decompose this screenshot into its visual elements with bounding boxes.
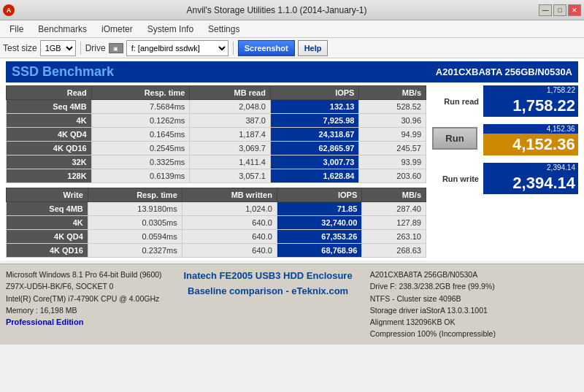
title-bar: A Anvil's Storage Utilities 1.1.0 (2014-…	[0, 0, 584, 20]
write-label-3: 4K QD16	[7, 244, 88, 258]
read-table-row: 128K 0.6139ms 3,057.1 1,628.84 203.60	[7, 169, 426, 183]
write-label-0: Seq 4MB	[7, 202, 88, 216]
read-iops-4: 3,007.73	[270, 155, 359, 169]
read-resp-2: 0.1645ms	[91, 128, 190, 142]
read-iops-1: 7,925.98	[270, 114, 359, 128]
write-mbs-header: MB/s	[362, 188, 426, 202]
run-button[interactable]: Run	[432, 127, 477, 150]
write-table-row: Seq 4MB 13.9180ms 1,024.0 71.85 287.40	[7, 202, 426, 216]
scores-panel: Run read 1,758.22 1,758.22 Run 4,152.36 …	[432, 85, 578, 258]
window-controls: — □ ✕	[539, 4, 581, 16]
read-mb-2: 1,187.4	[190, 128, 271, 142]
read-resp-0: 7.5684ms	[91, 100, 190, 114]
drive-info-2: NTFS - Cluster size 4096B	[370, 293, 578, 304]
drive-info-1: Drive F: 238.3/238.2GB free (99.9%)	[370, 280, 578, 292]
menu-settings[interactable]: Settings	[201, 22, 246, 36]
read-table: Read Resp. time MB read IOPS MB/s Seq 4M…	[6, 85, 426, 183]
benchmark-area: Read Resp. time MB read IOPS MB/s Seq 4M…	[6, 85, 578, 258]
run-write-row: Run write 2,394.14 2,394.14	[432, 163, 578, 194]
read-mbs-0: 528.52	[359, 100, 426, 114]
benchmark-tables: Read Resp. time MB read IOPS MB/s Seq 4M…	[6, 85, 426, 258]
ssd-benchmark-title: SSD Benchmark	[12, 64, 114, 80]
hdd-icon: ▣	[109, 43, 123, 53]
read-label-2: 4K QD4	[7, 128, 92, 142]
menu-bar: File Benchmarks iOmeter System Info Sett…	[0, 20, 584, 38]
menu-system-info[interactable]: System Info	[141, 22, 200, 36]
write-col-header: Write	[7, 188, 88, 202]
write-resp-header: Resp. time	[88, 188, 182, 202]
drive-info-5: Alignment 132096KB OK	[370, 316, 578, 328]
read-table-row: 4K QD4 0.1645ms 1,187.4 24,318.67 94.99	[7, 128, 426, 142]
read-mb-0: 2,048.0	[190, 100, 271, 114]
run-write-label: Run write	[442, 174, 479, 183]
screenshot-button[interactable]: Screenshot	[238, 40, 295, 56]
write-iops-2: 67,353.26	[277, 230, 361, 244]
baseline-line1: Inatech FE2005 USB3 HDD Enclosure	[172, 269, 364, 284]
read-label-0: Seq 4MB	[7, 100, 92, 114]
read-label-5: 128K	[7, 169, 92, 183]
read-col-header: Read	[7, 86, 92, 100]
pro-edition-label: Professional Edition	[6, 316, 166, 328]
read-mb-3: 3,069.7	[190, 142, 271, 155]
drive-info-6: Compression 100% (Incompressible)	[370, 328, 578, 339]
toolbar: Test size 1GB 2GB 4GB Drive ▣ f: [angelb…	[0, 38, 584, 58]
write-mb-header: MB written	[182, 188, 277, 202]
read-mbs-3: 245.57	[359, 142, 426, 155]
read-mbs-5: 203.60	[359, 169, 426, 183]
write-mb-2: 640.0	[182, 230, 277, 244]
close-button[interactable]: ✕	[568, 4, 581, 16]
baseline-col: Inatech FE2005 USB3 HDD Enclosure Baseli…	[172, 269, 364, 340]
write-score-large: 2,394.14	[483, 172, 578, 194]
write-label-2: 4K QD4	[7, 230, 88, 244]
menu-iometer[interactable]: iOmeter	[95, 22, 139, 36]
read-label-4: 32K	[7, 155, 92, 169]
write-resp-0: 13.9180ms	[88, 202, 182, 216]
help-button[interactable]: Help	[298, 40, 328, 56]
write-table-row: 4K 0.0305ms 640.0 32,740.00 127.89	[7, 216, 426, 230]
ssd-header: SSD Benchmark A201CXBA8TA 256GB/N0530A	[6, 61, 578, 82]
write-mb-1: 640.0	[182, 216, 277, 230]
write-mbs-0: 287.40	[362, 202, 426, 216]
write-iops-3: 68,768.96	[277, 244, 361, 258]
read-table-row: Seq 4MB 7.5684ms 2,048.0 132.13 528.52	[7, 100, 426, 114]
read-resp-1: 0.1262ms	[91, 114, 190, 128]
maximize-button[interactable]: □	[553, 4, 566, 16]
read-table-row: 4K QD16 0.2545ms 3,069.7 62,865.97 245.5…	[7, 142, 426, 155]
read-mb-5: 3,057.1	[190, 169, 271, 183]
resp-time-header: Resp. time	[91, 86, 190, 100]
system-info-col: Microsoft Windows 8.1 Pro 64-bit Build (…	[6, 269, 166, 340]
write-score-small: 2,394.14	[483, 163, 578, 172]
app-icon: A	[3, 4, 15, 16]
bottom-info-bar: Microsoft Windows 8.1 Pro 64-bit Build (…	[0, 264, 584, 345]
write-resp-2: 0.0594ms	[88, 230, 182, 244]
read-resp-3: 0.2545ms	[91, 142, 190, 155]
run-read-label: Run read	[444, 97, 479, 106]
write-table-row: 4K QD16 0.2327ms 640.0 68,768.96 268.63	[7, 244, 426, 258]
sys-line-2: Z97X-UD5H-BK/F6, SOCKET 0	[6, 280, 166, 292]
write-score-display: 2,394.14 2,394.14	[483, 163, 578, 194]
write-mbs-3: 268.63	[362, 244, 426, 258]
read-mb-4: 1,411.4	[190, 155, 271, 169]
write-mbs-2: 263.10	[362, 230, 426, 244]
write-mb-3: 640.0	[182, 244, 277, 258]
read-mbs-4: 93.99	[359, 155, 426, 169]
test-size-select[interactable]: 1GB 2GB 4GB	[40, 40, 76, 56]
sys-line-3: Intel(R) Core(TM) i7-4790K CPU @ 4.00GHz	[6, 293, 166, 304]
read-table-row: 4K 0.1262ms 387.0 7,925.98 30.96	[7, 114, 426, 128]
read-score-display: 1,758.22 1,758.22	[483, 85, 578, 117]
baseline-line2: Baseline comparison - eTeknix.com	[172, 284, 364, 299]
write-iops-header: IOPS	[277, 188, 361, 202]
drive-select[interactable]: f: [angelbird ssdwk]	[126, 40, 228, 56]
write-iops-0: 71.85	[277, 202, 361, 216]
menu-file[interactable]: File	[3, 22, 30, 36]
menu-benchmarks[interactable]: Benchmarks	[31, 22, 93, 36]
minimize-button[interactable]: —	[539, 4, 552, 16]
read-label-1: 4K	[7, 114, 92, 128]
read-iops-3: 62,865.97	[270, 142, 359, 155]
toolbar-separator2	[233, 42, 234, 55]
read-iops-0: 132.13	[270, 100, 359, 114]
read-score-small: 1,758.22	[483, 85, 578, 95]
read-iops-2: 24,318.67	[270, 128, 359, 142]
read-iops-5: 1,628.84	[270, 169, 359, 183]
toolbar-separator	[80, 42, 81, 55]
